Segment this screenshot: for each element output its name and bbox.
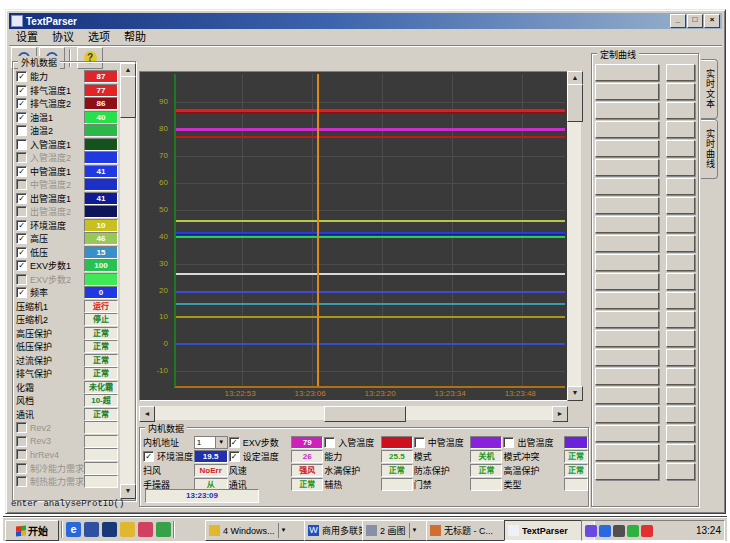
curve-slot-wide[interactable] <box>595 463 659 480</box>
chevron-down-icon[interactable]: ▼ <box>215 437 227 448</box>
curve-slot-wide[interactable] <box>595 159 659 176</box>
checkbox[interactable] <box>414 437 425 448</box>
tab-实时曲线[interactable]: 实时曲线 <box>701 119 718 179</box>
checkbox[interactable]: ✓ <box>16 85 27 96</box>
chart-horizontal-scrollbar[interactable]: ◄ ► <box>139 406 568 420</box>
curve-slot-wide[interactable] <box>595 273 659 290</box>
curve-slot-narrow[interactable] <box>666 406 695 423</box>
curve-slot-wide[interactable] <box>595 83 659 100</box>
browser-icon[interactable] <box>84 522 99 537</box>
curve-slot-wide[interactable] <box>595 406 659 423</box>
curve-slot-wide[interactable] <box>595 178 659 195</box>
taskbar-button-2 画图[interactable]: 2 画图▼ <box>362 520 431 541</box>
menu-item-帮助[interactable]: 帮助 <box>117 30 153 44</box>
menu-item-选项[interactable]: 选项 <box>81 30 117 44</box>
maximize-button[interactable]: □ <box>687 14 703 28</box>
curve-slot-narrow[interactable] <box>666 121 695 138</box>
red-bolt-icon[interactable] <box>641 525 653 537</box>
checkbox[interactable]: ✓ <box>16 71 27 82</box>
scroll-left-icon[interactable]: ◄ <box>139 406 155 422</box>
curve-slot-narrow[interactable] <box>666 273 695 290</box>
checkbox[interactable]: ✓ <box>229 451 240 462</box>
menu-item-协议[interactable]: 协议 <box>45 30 81 44</box>
curve-slot-wide[interactable] <box>595 235 659 252</box>
chevron-down-icon[interactable]: ▼ <box>409 523 420 538</box>
curve-slot-wide[interactable] <box>595 254 659 271</box>
curve-slot-narrow[interactable] <box>666 368 695 385</box>
curve-slot-wide[interactable] <box>595 425 659 442</box>
curve-slot-wide[interactable] <box>595 64 659 81</box>
messenger-icon[interactable] <box>599 525 611 537</box>
checkbox[interactable]: ✓ <box>229 437 240 448</box>
chevron-down-icon[interactable]: ▼ <box>278 523 289 538</box>
curve-slot-narrow[interactable] <box>666 178 695 195</box>
checkbox[interactable] <box>16 449 27 460</box>
curve-slot-narrow[interactable] <box>666 463 695 480</box>
curve-slot-narrow[interactable] <box>666 102 695 119</box>
mail-icon[interactable] <box>120 522 135 537</box>
checkbox[interactable]: ✓ <box>16 287 27 298</box>
curve-slot-narrow[interactable] <box>666 425 695 442</box>
ie-icon[interactable]: e <box>66 522 81 537</box>
checkbox[interactable] <box>16 422 27 433</box>
taskbar-button-无标题 - C...[interactable]: 无标题 - C... <box>426 520 509 541</box>
media-icon[interactable] <box>102 522 117 537</box>
curve-slot-wide[interactable] <box>595 349 659 366</box>
curve-slot-wide[interactable] <box>595 197 659 214</box>
checkbox[interactable]: ✓ <box>143 451 154 462</box>
checkbox[interactable]: ✓ <box>16 220 27 231</box>
checkbox[interactable]: ✓ <box>16 193 27 204</box>
checkbox[interactable] <box>16 179 27 190</box>
checkbox[interactable]: ✓ <box>16 260 27 271</box>
scroll-down-icon[interactable]: ▼ <box>567 386 583 401</box>
curve-slot-wide[interactable] <box>595 121 659 138</box>
curve-slot-narrow[interactable] <box>666 140 695 157</box>
scroll-right-icon[interactable]: ► <box>552 406 568 422</box>
checkbox[interactable]: ✓ <box>16 247 27 258</box>
checkbox[interactable] <box>16 139 27 150</box>
updown-arrows-icon[interactable] <box>613 525 625 537</box>
curve-slot-narrow[interactable] <box>666 159 695 176</box>
curve-slot-narrow[interactable] <box>666 349 695 366</box>
curve-slot-wide[interactable] <box>595 311 659 328</box>
tab-实时文本[interactable]: 实时文本 <box>701 59 718 119</box>
scrollbar-thumb[interactable] <box>567 84 583 122</box>
curve-slot-wide[interactable] <box>595 102 659 119</box>
checkbox[interactable] <box>16 463 27 474</box>
scrollbar-thumb[interactable] <box>120 76 136 118</box>
left-panel-scrollbar[interactable]: ▲ ▼ <box>120 63 134 499</box>
curve-slot-wide[interactable] <box>595 387 659 404</box>
close-button[interactable]: × <box>704 14 720 28</box>
curve-slot-narrow[interactable] <box>666 216 695 233</box>
checkbox[interactable] <box>16 436 27 447</box>
curve-slot-narrow[interactable] <box>666 254 695 271</box>
taskbar-button-商用多联第...[interactable]: W商用多联第... <box>304 520 367 541</box>
curve-slot-narrow[interactable] <box>666 444 695 461</box>
swoosh-icon[interactable] <box>585 525 597 537</box>
taskbar-button-4 Windows...[interactable]: 4 Windows...▼ <box>205 520 308 541</box>
minimize-button[interactable]: _ <box>670 14 686 28</box>
address-dropdown[interactable]: 1▼ <box>194 436 228 449</box>
curve-slot-narrow[interactable] <box>666 83 695 100</box>
menu-item-设置[interactable]: 设置 <box>9 30 45 44</box>
checkbox[interactable] <box>503 437 514 448</box>
curve-slot-narrow[interactable] <box>666 64 695 81</box>
curve-slot-wide[interactable] <box>595 140 659 157</box>
checkbox[interactable]: ✓ <box>16 112 27 123</box>
curve-slot-wide[interactable] <box>595 216 659 233</box>
curve-slot-narrow[interactable] <box>666 387 695 404</box>
curve-slot-wide[interactable] <box>595 368 659 385</box>
curve-slot-narrow[interactable] <box>666 197 695 214</box>
checkbox[interactable]: ✓ <box>16 233 27 244</box>
curve-slot-narrow[interactable] <box>666 292 695 309</box>
scrollbar-thumb[interactable] <box>324 406 406 422</box>
checkbox[interactable]: ✓ <box>16 98 27 109</box>
green-tray-icon[interactable] <box>627 525 639 537</box>
app-red-icon[interactable] <box>138 522 153 537</box>
app-green-icon[interactable] <box>156 522 171 537</box>
curve-slot-wide[interactable] <box>595 292 659 309</box>
curve-slot-wide[interactable] <box>595 330 659 347</box>
checkbox[interactable] <box>324 437 335 448</box>
checkbox[interactable] <box>16 274 27 285</box>
scroll-down-icon[interactable]: ▼ <box>120 484 136 499</box>
